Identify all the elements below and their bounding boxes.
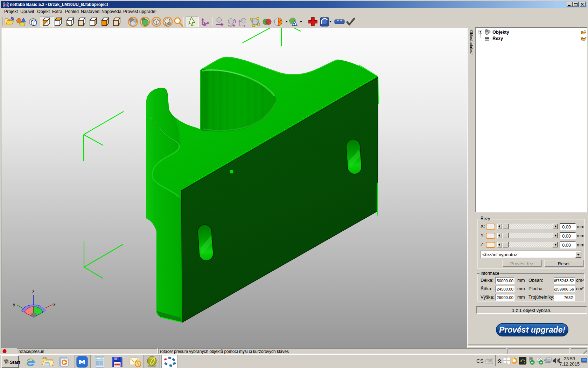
- svg-text:y: y: [13, 302, 15, 307]
- svg-text:z: z: [32, 289, 35, 294]
- svg-text:Objekty: Objekty: [492, 29, 509, 35]
- svg-text:x: x: [53, 302, 56, 307]
- svg-text:Řezy: Řezy: [492, 36, 503, 41]
